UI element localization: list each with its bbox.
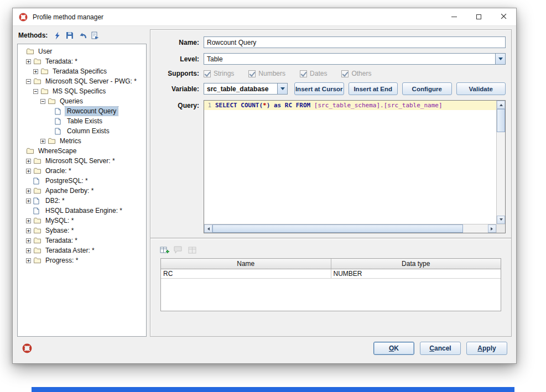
scroll-down-icon[interactable] (497, 216, 505, 224)
minimize-icon (451, 17, 457, 17)
folder-icon (33, 227, 42, 234)
tree-item[interactable]: Rowcount Query (19, 106, 145, 116)
splitter[interactable] (150, 238, 511, 239)
expander-plus-icon[interactable]: + (26, 59, 31, 64)
expander-plus-icon[interactable]: + (26, 198, 31, 203)
output-columns-table[interactable]: Name Data type RCNUMBER (160, 258, 501, 311)
apply-button[interactable]: Apply (466, 342, 507, 355)
expander-plus-icon[interactable]: + (26, 218, 31, 223)
undo-icon[interactable] (78, 31, 87, 40)
vertical-scrollbar[interactable] (496, 101, 505, 224)
minimize-button[interactable] (441, 8, 466, 25)
tree-item[interactable]: User (19, 46, 145, 56)
expander-plus-icon[interactable]: + (40, 139, 45, 144)
cancel-button[interactable]: Cancel (420, 342, 461, 355)
supports-label: Supports: (156, 70, 204, 77)
table-body[interactable]: RCNUMBER (161, 269, 501, 311)
expander-minus-icon[interactable]: − (40, 99, 45, 104)
ok-button[interactable]: OK (373, 342, 414, 355)
grid-column-icon[interactable] (187, 245, 197, 254)
tree-item[interactable]: +Microsoft SQL Server: * (19, 156, 145, 166)
query-editor[interactable]: 1 SELECT COUNT(*) as RC FROM [src_table_… (204, 100, 506, 233)
tree-item[interactable]: +Teradata Specifics (19, 66, 145, 76)
tree-item[interactable]: +Oracle: * (19, 166, 145, 176)
expander-plus-icon[interactable]: + (26, 159, 31, 164)
tree-item[interactable]: +Sybase: * (19, 226, 145, 236)
query-label: Query: (156, 100, 204, 233)
column-header-name[interactable]: Name (161, 259, 331, 269)
expander-minus-icon[interactable]: − (33, 89, 38, 94)
tree-item-label: Rowcount Query (65, 107, 118, 116)
titlebar[interactable]: Profile method manager (13, 8, 516, 26)
expander-minus-icon[interactable]: − (26, 79, 31, 84)
tree-item[interactable]: Column Exists (19, 126, 145, 136)
scroll-left-icon[interactable] (204, 224, 212, 233)
checkbox-icon[interactable] (341, 70, 349, 77)
tree-item[interactable]: +Apache Derby: * (19, 186, 145, 196)
tree-item[interactable]: −Microsoft SQL Server - PWG: * (19, 76, 145, 86)
folder-icon (33, 168, 42, 174)
scroll-right-icon[interactable] (488, 224, 496, 233)
folder-icon (48, 98, 56, 104)
tree-item[interactable]: Table Exists (19, 116, 145, 126)
export-icon[interactable] (91, 31, 100, 40)
expander-plus-icon[interactable]: + (33, 69, 38, 74)
help-lifebuoy-icon[interactable] (22, 343, 32, 354)
expander-plus-icon[interactable]: + (26, 238, 31, 243)
tree-item[interactable]: +Teradata Aster: * (19, 245, 145, 255)
configure-button[interactable]: Configure (402, 82, 452, 95)
expander-plus-icon[interactable]: + (26, 248, 31, 253)
query-code-area[interactable]: 1 SELECT COUNT(*) as RC FROM [src_table_… (204, 101, 496, 224)
tree-item[interactable]: WhereScape (19, 146, 145, 156)
table-row[interactable]: RCNUMBER (161, 269, 501, 279)
variable-select[interactable]: src_table_database (204, 83, 288, 95)
tree-item[interactable]: +DB2: * (19, 196, 145, 206)
tree-item[interactable]: −Queries (19, 96, 145, 106)
horizontal-scroll-track[interactable] (212, 224, 488, 233)
save-icon[interactable] (65, 31, 74, 40)
tree-item[interactable]: −MS SQL Specifics (19, 86, 145, 96)
tree-item-label: Teradata Specifics (51, 67, 108, 76)
vertical-scroll-thumb[interactable] (497, 109, 505, 132)
close-button[interactable] (491, 8, 516, 25)
tree-item[interactable]: +Teradata: * (19, 56, 145, 66)
tree-item[interactable]: PostgreSQL: * (19, 176, 145, 186)
checkbox-icon[interactable] (248, 70, 256, 77)
horizontal-scroll-thumb[interactable] (212, 224, 463, 233)
maximize-icon (476, 14, 481, 19)
scroll-up-icon[interactable] (497, 101, 505, 109)
chevron-down-icon[interactable] (277, 83, 287, 94)
folder-icon (26, 148, 35, 154)
tree-item[interactable]: +Metrics (19, 136, 145, 146)
level-select[interactable]: Table (204, 53, 506, 65)
folder-icon (33, 217, 42, 224)
comment-column-icon[interactable] (173, 245, 183, 254)
tree-item[interactable]: HSQL Database Engine: * (19, 206, 145, 216)
horizontal-scrollbar[interactable] (204, 224, 496, 233)
add-column-icon[interactable] (159, 245, 169, 254)
insert-at-cursor-button[interactable]: Insert at Cursor (294, 82, 344, 95)
tree-item[interactable]: +Teradata: * (19, 236, 145, 245)
validate-button[interactable]: Validate (456, 82, 506, 95)
refresh-icon[interactable] (53, 31, 61, 40)
tree-item[interactable]: +MySQL: * (19, 216, 145, 226)
tree-item-label: Queries (58, 97, 85, 106)
maximize-button[interactable] (466, 8, 491, 25)
expander-plus-icon[interactable]: + (26, 228, 31, 233)
tree-item-label: Teradata: * (44, 57, 79, 66)
column-header-datatype[interactable]: Data type (331, 259, 501, 269)
checkbox-icon[interactable] (204, 70, 211, 77)
query-token: * (263, 102, 267, 109)
level-value: Table (204, 55, 495, 63)
vertical-scroll-track[interactable] (497, 109, 505, 216)
name-input[interactable] (204, 36, 506, 48)
expander-plus-icon[interactable]: + (26, 189, 31, 194)
expander-plus-icon[interactable]: + (26, 258, 31, 263)
expander-plus-icon[interactable]: + (26, 169, 31, 174)
methods-tree[interactable]: User+Teradata: *+Teradata Specifics−Micr… (17, 44, 147, 337)
query-current-line[interactable]: 1 SELECT COUNT(*) as RC FROM [src_table_… (204, 101, 496, 110)
insert-at-end-button[interactable]: Insert at End (349, 82, 398, 95)
tree-item[interactable]: +Progress: * (19, 255, 145, 265)
chevron-down-icon[interactable] (495, 54, 505, 64)
checkbox-icon[interactable] (300, 70, 307, 77)
